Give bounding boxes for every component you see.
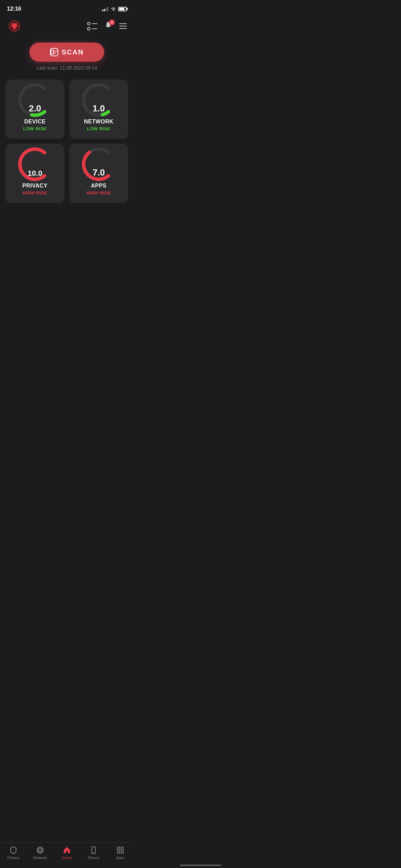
scan-section: SCAN Last scan: 11.08.2023 09:14 (0, 39, 134, 76)
svg-rect-5 (56, 51, 57, 52)
menu-button[interactable] (119, 23, 127, 29)
card-risk-apps: HIGH RISK (86, 190, 111, 195)
gauge-apps: 7.0 (80, 150, 118, 178)
scan-target-icon (54, 48, 58, 56)
gauge-device: 2.0 (16, 86, 54, 114)
gauge-value-apps: 7.0 (93, 167, 105, 178)
score-card-network[interactable]: 1.0 NETWORK LOW RISK (69, 80, 128, 139)
score-card-apps[interactable]: 7.0 APPS HIGH RISK (69, 144, 128, 203)
gauge-privacy: 10.0 (16, 150, 54, 178)
wifi-icon (110, 7, 116, 11)
card-risk-network: LOW RISK (87, 126, 111, 131)
gauge-value-privacy: 10.0 (28, 169, 42, 178)
score-card-privacy[interactable]: 10.0 PRIVACY HIGH RISK (5, 144, 64, 203)
app-logo (7, 19, 22, 34)
card-title-device: DEVICE (24, 119, 46, 125)
card-risk-privacy: HIGH RISK (23, 190, 47, 195)
header: 2 (0, 15, 134, 39)
gauge-value-network: 1.0 (93, 103, 105, 114)
card-title-network: NETWORK (84, 119, 113, 125)
checklist-icon[interactable] (87, 22, 97, 31)
gauge-value-device: 2.0 (29, 103, 41, 114)
status-time: 12:16 (7, 5, 21, 12)
battery-icon (118, 7, 127, 11)
header-actions: 2 (87, 21, 127, 31)
scan-icon (50, 48, 58, 56)
card-title-apps: APPS (91, 183, 107, 189)
svg-rect-4 (54, 51, 55, 52)
notification-badge: 2 (109, 20, 115, 25)
svg-rect-6 (54, 53, 55, 54)
score-card-device[interactable]: 2.0 DEVICE LOW RISK (5, 80, 64, 139)
notification-button[interactable]: 2 (104, 21, 112, 31)
score-grid: 2.0 DEVICE LOW RISK 1.0 NETWORK LOW RISK… (0, 76, 134, 206)
scan-button-label: SCAN (62, 48, 84, 56)
status-bar: 12:16 (0, 0, 134, 15)
gauge-network: 1.0 (80, 86, 118, 114)
card-title-privacy: PRIVACY (22, 183, 47, 189)
svg-rect-7 (55, 52, 56, 53)
card-risk-device: LOW RISK (23, 126, 47, 131)
scan-button[interactable]: SCAN (29, 43, 105, 62)
status-icons (102, 7, 127, 11)
signal-icon (102, 7, 108, 11)
last-scan-text: Last scan: 11.08.2023 09:14 (37, 65, 97, 71)
